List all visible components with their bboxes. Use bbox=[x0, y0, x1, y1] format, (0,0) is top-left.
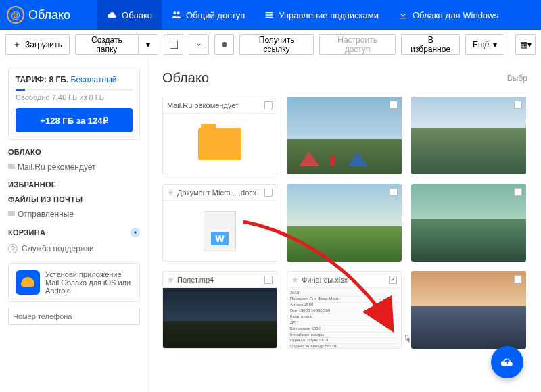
mobile-promo: Установи приложение Mail Облако для iOS … bbox=[8, 263, 140, 302]
storage-progress bbox=[16, 89, 133, 91]
tariff-box: ТАРИФ: 8 ГБ. Бесплатный Свободно 7.46 ГБ… bbox=[8, 68, 140, 140]
tile-checkbox[interactable] bbox=[514, 101, 522, 109]
section-trash[interactable]: КОРЗИНА bbox=[8, 228, 140, 237]
word-file-icon: W bbox=[204, 211, 236, 251]
action-toolbar: Загрузить Создать папку ▾ Получить ссылк… bbox=[0, 30, 541, 59]
star-icon[interactable]: ★ bbox=[167, 275, 174, 285]
tile-checkbox[interactable] bbox=[514, 275, 522, 283]
download-button[interactable] bbox=[189, 34, 209, 55]
cloud-icon bbox=[107, 9, 118, 20]
tab-win-label: Облако для Windows bbox=[413, 10, 498, 20]
storage-usage: Свободно 7.46 ГБ из 8 ГБ bbox=[16, 93, 133, 101]
caret-down-icon: ▾ bbox=[146, 40, 150, 49]
video-thumb bbox=[163, 288, 277, 348]
caret-down-icon: ▾ bbox=[493, 40, 497, 49]
new-folder-group: Создать папку ▾ bbox=[75, 34, 158, 55]
tile-checkbox[interactable] bbox=[264, 189, 273, 197]
get-link-button[interactable]: Получить ссылку bbox=[239, 34, 313, 55]
upload-fab[interactable] bbox=[491, 346, 523, 378]
tile-checkbox[interactable] bbox=[264, 276, 273, 284]
tile-image-3[interactable] bbox=[287, 184, 402, 262]
access-label: Настроить доступ bbox=[327, 35, 389, 54]
at-icon: @ bbox=[7, 6, 24, 24]
tile-checkbox[interactable] bbox=[390, 188, 398, 196]
tile-checkbox[interactable] bbox=[390, 101, 398, 109]
page-title-text: Облако bbox=[162, 70, 209, 86]
tab-shared-label: Общий доступ bbox=[186, 10, 245, 20]
promo-text: Установи приложение Mail Облако для iOS … bbox=[45, 270, 131, 295]
people-icon bbox=[171, 9, 182, 20]
tent-icon bbox=[299, 151, 319, 166]
tile-docx[interactable]: ★ Документ Micro... .docx W bbox=[162, 184, 277, 262]
cloud-upload-icon bbox=[500, 355, 515, 370]
tariff-label: ТАРИФ: 8 ГБ. bbox=[16, 75, 68, 84]
new-folder-label: Создать папку bbox=[83, 35, 131, 54]
sidebar: ТАРИФ: 8 ГБ. Бесплатный Свободно 7.46 ГБ… bbox=[0, 59, 149, 392]
get-link-label: Получить ссылку bbox=[247, 35, 306, 54]
tile-video[interactable]: ★ Полет.mp4 bbox=[162, 271, 277, 349]
section-favorites: ИЗБРАННОЕ bbox=[8, 180, 140, 189]
tile-xlsx[interactable]: ★ Финансы.xlsx 2018Перерасч Янв Февр Мар… bbox=[287, 271, 402, 349]
section-mail-files: ФАЙЛЫ ИЗ ПОЧТЫ Отправленные bbox=[8, 195, 140, 221]
upload-button[interactable]: Загрузить bbox=[5, 34, 70, 55]
content-area: Облако Выбр Mail.Ru рекомендует bbox=[149, 59, 541, 392]
brand-logo[interactable]: @ Облако bbox=[7, 6, 70, 24]
help-icon: ? bbox=[8, 244, 18, 253]
tab-cloud[interactable]: Облако bbox=[97, 0, 162, 30]
support-link[interactable]: ? Служба поддержки bbox=[8, 244, 140, 253]
section-fav-title: ИЗБРАННОЕ bbox=[8, 180, 140, 189]
tile-image-4[interactable] bbox=[411, 184, 526, 262]
folder-icon bbox=[198, 128, 241, 160]
brand-text: Облако bbox=[28, 8, 70, 22]
tile-checkbox[interactable] bbox=[264, 101, 273, 109]
radio-selected-icon bbox=[131, 228, 140, 237]
tent-icon bbox=[348, 151, 368, 166]
star-icon[interactable]: ★ bbox=[167, 188, 174, 197]
tab-windows[interactable]: Облако для Windows bbox=[388, 0, 508, 30]
tariff-plan-link[interactable]: Бесплатный bbox=[71, 75, 117, 84]
tile-checkbox[interactable] bbox=[514, 188, 522, 196]
spreadsheet-preview: 2018Перерасч Янв Февр МартАптека 2500Быт… bbox=[287, 288, 401, 348]
new-folder-dropdown[interactable]: ▾ bbox=[139, 34, 158, 55]
tile-image-2[interactable] bbox=[411, 97, 526, 174]
tab-subs-label: Управление подписками bbox=[279, 10, 379, 20]
tab-subscriptions[interactable]: Управление подписками bbox=[254, 0, 388, 30]
star-icon[interactable]: ★ bbox=[291, 275, 299, 285]
sidebar-item-recommend[interactable]: Mail.Ru рекомендует bbox=[8, 160, 140, 174]
top-navbar: @ Облако Облако Общий доступ Управление … bbox=[0, 0, 541, 30]
tile-name: Mail.Ru рекомендует bbox=[167, 101, 262, 109]
tile-name: Полет.mp4 bbox=[177, 276, 262, 284]
tile-checkbox-checked[interactable] bbox=[389, 276, 397, 284]
list-icon bbox=[264, 9, 275, 20]
checkbox-icon bbox=[170, 41, 178, 49]
nav-tabs: Облако Общий доступ Управление подпискам… bbox=[97, 0, 508, 30]
download-small-icon bbox=[195, 41, 203, 49]
favorite-button[interactable]: В избранное bbox=[401, 34, 459, 55]
delete-button[interactable] bbox=[214, 34, 235, 55]
select-label[interactable]: Выбр bbox=[507, 74, 527, 83]
select-all-button[interactable] bbox=[164, 34, 184, 55]
view-mode-button[interactable]: ▦▾ bbox=[515, 34, 536, 55]
more-button[interactable]: Ещё ▾ bbox=[465, 34, 505, 55]
section-cloud: ОБЛАКО Mail.Ru рекомендует bbox=[8, 148, 140, 174]
tile-name: Финансы.xlsx bbox=[302, 276, 386, 284]
tile-name: Документ Micro... .docx bbox=[177, 189, 262, 197]
tile-recommend-folder[interactable]: Mail.Ru рекомендует bbox=[162, 97, 277, 174]
main-area: ТАРИФ: 8 ГБ. Бесплатный Свободно 7.46 ГБ… bbox=[0, 59, 541, 392]
tile-image-5[interactable] bbox=[411, 271, 526, 349]
files-grid: Mail.Ru рекомендует ★ Документ Micro... … bbox=[162, 97, 527, 349]
support-label: Служба поддержки bbox=[22, 244, 94, 253]
app-cloud-icon bbox=[16, 270, 40, 295]
section-mail-title: ФАЙЛЫ ИЗ ПОЧТЫ bbox=[8, 195, 140, 203]
sidebar-item-sent[interactable]: Отправленные bbox=[8, 207, 140, 221]
section-trash-title: КОРЗИНА bbox=[8, 228, 45, 237]
tile-image-1[interactable] bbox=[287, 97, 402, 174]
access-button[interactable]: Настроить доступ bbox=[319, 34, 396, 55]
phone-input[interactable] bbox=[8, 308, 140, 325]
more-label: Ещё bbox=[473, 40, 490, 49]
tab-shared[interactable]: Общий доступ bbox=[162, 0, 254, 30]
page-header: Облако Выбр bbox=[162, 70, 527, 86]
cursor-hand-icon: ☟ bbox=[404, 333, 411, 345]
new-folder-button[interactable]: Создать папку bbox=[75, 34, 139, 55]
upgrade-button[interactable]: +128 ГБ за 124₽ bbox=[16, 108, 133, 132]
